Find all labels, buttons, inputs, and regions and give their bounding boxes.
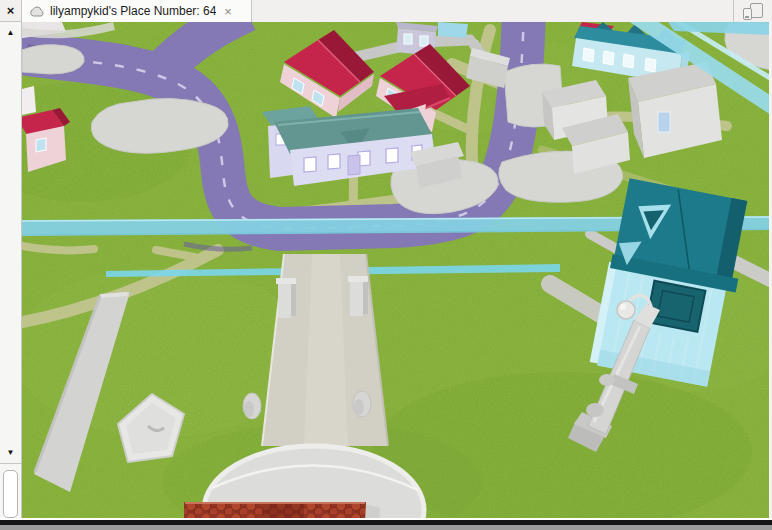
overlapping-windows-icon xyxy=(741,3,765,20)
close-icon: × xyxy=(7,3,15,18)
tab-title: lilyampykid's Place Number: 64 xyxy=(50,4,216,18)
cloud-icon xyxy=(29,6,45,17)
bottom-gray-bar xyxy=(0,525,772,530)
scroll-up-arrow-icon[interactable]: ▲ xyxy=(7,27,15,39)
tab-bar: × lilyampykid's Place Number: 64 × xyxy=(0,0,772,22)
place-tab[interactable]: lilyampykid's Place Number: 64 × xyxy=(22,0,252,22)
strip-divider xyxy=(0,463,21,464)
panel-close-button[interactable]: × xyxy=(0,0,22,22)
tab-close-icon[interactable]: × xyxy=(224,5,232,18)
strip-handle[interactable] xyxy=(3,470,18,518)
3d-viewport[interactable] xyxy=(22,22,772,518)
side-scroll-strip: ▲ ▼ xyxy=(0,22,22,518)
scene-canvas[interactable] xyxy=(22,22,772,518)
studio-window: × lilyampykid's Place Number: 64 × ▲ ▼ xyxy=(0,0,772,530)
red-brick-wall[interactable] xyxy=(184,502,380,518)
tabbar-filler xyxy=(252,0,733,22)
scroll-down-arrow-icon[interactable]: ▼ xyxy=(7,447,15,459)
window-layout-button[interactable] xyxy=(734,0,772,22)
